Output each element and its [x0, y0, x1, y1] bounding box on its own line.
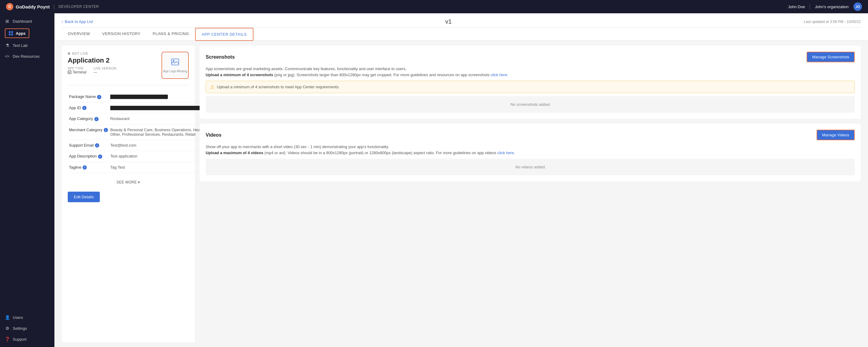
app-logo-placeholder[interactable]: App Logo Missing — [161, 52, 189, 79]
screenshots-click-here-link[interactable]: click here. — [491, 72, 508, 77]
sidebar-bottom: 👤 Users ⚙ Settings ❓ Support — [0, 312, 55, 345]
videos-description: Show off your app to merchants with a sh… — [206, 144, 855, 156]
back-chevron-icon: ‹ — [62, 19, 63, 24]
field-value: Tag Test — [109, 162, 215, 173]
apps-icon — [8, 31, 13, 36]
right-panel: Screenshots Manage Screenshots App scree… — [199, 45, 861, 342]
table-row: App DescriptioniTest application — [68, 151, 215, 162]
sidebar-item-label: Test Lab — [13, 43, 28, 48]
field-label: Support Emaili — [68, 140, 109, 151]
header-top: ‹ Back to App List v1 Last updated at 3:… — [62, 13, 861, 28]
screenshots-header: Screenshots Manage Screenshots — [206, 52, 855, 62]
edit-details-button[interactable]: Edit Details — [68, 192, 100, 202]
svg-rect-0 — [9, 31, 10, 33]
content-body: NOT LIVE Application 2 APP TYPE — [55, 41, 868, 347]
tabs-bar: OVERVIEW VERSION HISTORY PLANS & PRICING… — [62, 28, 861, 40]
app-type-value: Terminal — [68, 70, 86, 74]
field-label: Taglinei — [68, 162, 109, 173]
app-logo[interactable]: G GoDaddy Poynt — [6, 3, 50, 10]
version-title: v1 — [445, 18, 452, 25]
live-version-field: LIVE VERSION --- — [93, 67, 116, 74]
svg-rect-7 — [172, 59, 179, 65]
app-details-panel: NOT LIVE Application 2 APP TYPE — [62, 45, 195, 342]
field-label: App IDi — [68, 102, 109, 113]
sidebar-item-settings[interactable]: ⚙ Settings — [0, 323, 55, 334]
live-version-value: --- — [93, 70, 116, 74]
avatar[interactable]: JO — [854, 2, 862, 11]
org-name[interactable]: John's organization — [815, 4, 849, 9]
info-icon[interactable]: i — [94, 117, 99, 121]
table-row: Support EmailiTest@test.com — [68, 140, 215, 151]
tab-plans-pricing[interactable]: PLANS & PRICING — [147, 28, 195, 40]
svg-rect-1 — [11, 31, 13, 33]
see-more-button[interactable]: SEE MORE ▾ — [68, 178, 189, 187]
info-icon[interactable]: i — [95, 143, 99, 148]
live-version-label: LIVE VERSION — [93, 67, 116, 70]
apps-highlight: Apps — [5, 28, 29, 38]
videos-header: Videos Manage Videos — [206, 130, 855, 140]
topnav-left: G GoDaddy Poynt | DEVELOPER CENTER — [6, 3, 99, 10]
last-updated-text: Last updated at 3:58 PM - 10/05/22 — [804, 20, 861, 24]
manage-screenshots-button[interactable]: Manage Screenshots — [807, 52, 855, 62]
table-row: App CategoryiRestaurant — [68, 113, 215, 125]
videos-click-here-link[interactable]: click here. — [497, 151, 515, 155]
content-header: ‹ Back to App List v1 Last updated at 3:… — [55, 13, 868, 41]
divider — [68, 85, 189, 85]
topnav-divider: | — [54, 4, 55, 10]
info-icon[interactable]: i — [104, 128, 108, 132]
status-text: NOT LIVE — [72, 52, 88, 55]
main-layout: ⊞ Dashboard Apps ⚗ Test Lab </> — [0, 13, 868, 347]
info-icon[interactable]: i — [82, 106, 87, 110]
svg-point-8 — [173, 60, 174, 61]
users-icon: 👤 — [5, 315, 10, 320]
tab-app-center-details[interactable]: APP CENTER DETAILS — [195, 28, 253, 41]
sidebar-item-devresources[interactable]: </> Dev Resources — [0, 51, 55, 62]
devresources-icon: </> — [5, 54, 10, 59]
sidebar-item-label: Support — [13, 337, 27, 342]
support-icon: ❓ — [5, 337, 10, 342]
dashboard-icon: ⊞ — [5, 19, 10, 24]
user-name[interactable]: John Doe — [788, 4, 805, 9]
app-header: NOT LIVE Application 2 APP TYPE — [68, 52, 189, 79]
info-icon[interactable]: i — [98, 154, 102, 159]
tab-overview[interactable]: OVERVIEW — [62, 28, 96, 40]
logo-icon: G — [6, 3, 13, 10]
sidebar-item-label: Users — [13, 315, 23, 320]
manage-videos-button[interactable]: Manage Videos — [816, 130, 855, 140]
info-icon[interactable]: i — [97, 95, 101, 99]
field-label: Merchant Categoryi — [68, 124, 109, 140]
settings-icon: ⚙ — [5, 326, 10, 331]
app-name: Application 2 — [68, 57, 117, 64]
info-icon[interactable]: i — [83, 165, 87, 169]
no-videos-text: No videos added — [515, 165, 545, 169]
field-value: Test@test.com — [109, 140, 215, 151]
field-value: Beauty & Personal Care, Business Operati… — [109, 124, 215, 140]
sidebar-item-label: Dashboard — [13, 19, 32, 24]
sidebar-item-apps[interactable]: Apps — [0, 27, 55, 40]
table-row: Merchant CategoryiBeauty & Personal Care… — [68, 124, 215, 140]
tab-version-history[interactable]: VERSION HISTORY — [96, 28, 147, 40]
sidebar-item-dashboard[interactable]: ⊞ Dashboard — [0, 16, 55, 27]
main-content: ‹ Back to App List v1 Last updated at 3:… — [55, 13, 868, 347]
sidebar-item-label: Dev Resources — [13, 54, 40, 59]
screenshots-warning-banner: ⚠ Upload a minimum of 4 screenshots to m… — [206, 81, 855, 93]
chevron-down-icon: ▾ — [138, 180, 140, 184]
back-to-app-list-link[interactable]: ‹ Back to App List — [62, 19, 93, 24]
topnav-vertical-divider — [810, 4, 810, 10]
logo-placeholder-text: App Logo Missing — [163, 69, 187, 73]
app-info: NOT LIVE Application 2 APP TYPE — [68, 52, 117, 74]
field-label: App Categoryi — [68, 113, 109, 125]
field-label: App Descriptioni — [68, 151, 109, 162]
see-more-label: SEE MORE — [117, 180, 137, 184]
videos-desc-text: Show off your app to merchants with a sh… — [206, 145, 389, 149]
field-label: Package Namei — [68, 91, 109, 102]
svg-rect-6 — [69, 72, 70, 73]
sidebar-item-support[interactable]: ❓ Support — [0, 334, 55, 345]
svg-rect-2 — [9, 34, 10, 35]
sidebar-item-testlab[interactable]: ⚗ Test Lab — [0, 40, 55, 51]
sidebar-item-users[interactable]: 👤 Users — [0, 312, 55, 323]
app-type-label: APP TYPE — [68, 67, 86, 70]
sidebar-item-label: Settings — [13, 326, 27, 331]
videos-card: Videos Manage Videos Show off your app t… — [199, 124, 861, 181]
screenshots-desc-text: App screenshots are great marketing asse… — [206, 66, 406, 71]
